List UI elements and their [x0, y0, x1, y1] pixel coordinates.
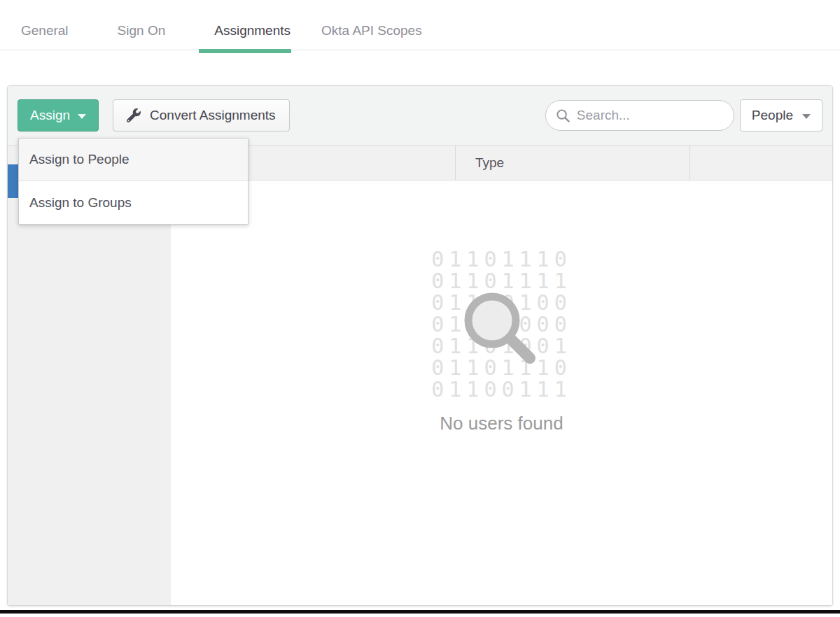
assignments-content: Type 01101110 01101111 01110100 01101000… — [171, 146, 832, 605]
assign-button-label: Assign — [30, 108, 70, 123]
table-header: Type — [171, 146, 832, 180]
tab-general[interactable]: General — [21, 22, 69, 50]
caret-down-icon — [78, 114, 86, 119]
assign-dropdown-menu: Assign to People Assign to Groups — [18, 138, 248, 225]
menu-item-assign-to-groups[interactable]: Assign to Groups — [19, 181, 248, 224]
wrench-icon — [127, 108, 141, 122]
caret-down-icon — [802, 114, 811, 119]
tab-assignments[interactable]: Assignments — [214, 22, 290, 50]
app-tab-bar: General Sign On Assignments Okta API Sco… — [0, 0, 840, 50]
empty-state-message: No users found — [440, 413, 563, 434]
tab-sign-on[interactable]: Sign On — [118, 22, 166, 50]
assign-button[interactable]: Assign — [18, 99, 99, 132]
binary-line: 01100111 — [431, 378, 572, 400]
tab-okta-api-scopes[interactable]: Okta API Scopes — [321, 22, 422, 50]
assignments-toolbar: Assign Convert Assignments People — [8, 86, 832, 146]
menu-item-assign-to-people[interactable]: Assign to People — [19, 139, 248, 181]
search-filter-value: People — [752, 108, 793, 123]
table-header-cell-type: Type — [456, 146, 690, 180]
search-filter-dropdown[interactable]: People — [740, 99, 822, 132]
search-input[interactable] — [577, 108, 724, 123]
binary-line: 01101110 — [431, 248, 572, 270]
empty-state: 01101110 01101111 01110100 01101000 0110… — [171, 180, 832, 605]
table-header-cell-actions — [690, 146, 832, 180]
magnifier-icon — [457, 285, 541, 369]
convert-assignments-button[interactable]: Convert Assignments — [113, 99, 290, 132]
window-bottom-edge — [0, 610, 840, 614]
search-box — [545, 100, 734, 131]
convert-assignments-label: Convert Assignments — [150, 108, 276, 123]
search-icon — [556, 108, 570, 123]
assignments-panel: Assign Convert Assignments People People… — [7, 85, 833, 606]
